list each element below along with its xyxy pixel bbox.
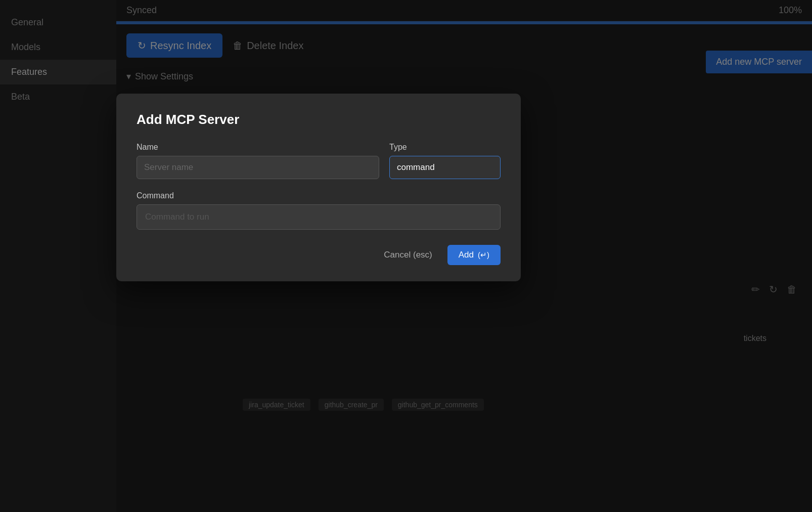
server-name-input[interactable]	[137, 156, 379, 179]
add-mcp-server-modal: Add MCP Server Name Type Command Cancel …	[116, 94, 521, 281]
modal-title: Add MCP Server	[137, 112, 501, 127]
add-button[interactable]: Add (↵)	[447, 245, 501, 265]
modal-buttons: Cancel (esc) Add (↵)	[137, 245, 501, 265]
cancel-button[interactable]: Cancel (esc)	[376, 245, 440, 265]
modal-fields-row: Name Type	[137, 143, 501, 179]
name-field-group: Name	[137, 143, 379, 179]
return-icon: (↵)	[478, 250, 489, 260]
type-label: Type	[389, 143, 501, 152]
name-label: Name	[137, 143, 379, 152]
type-field-group: Type	[389, 143, 501, 179]
type-input[interactable]	[389, 156, 501, 179]
command-input[interactable]	[137, 204, 501, 230]
command-label: Command	[137, 191, 501, 200]
command-field-group: Command	[137, 191, 501, 230]
